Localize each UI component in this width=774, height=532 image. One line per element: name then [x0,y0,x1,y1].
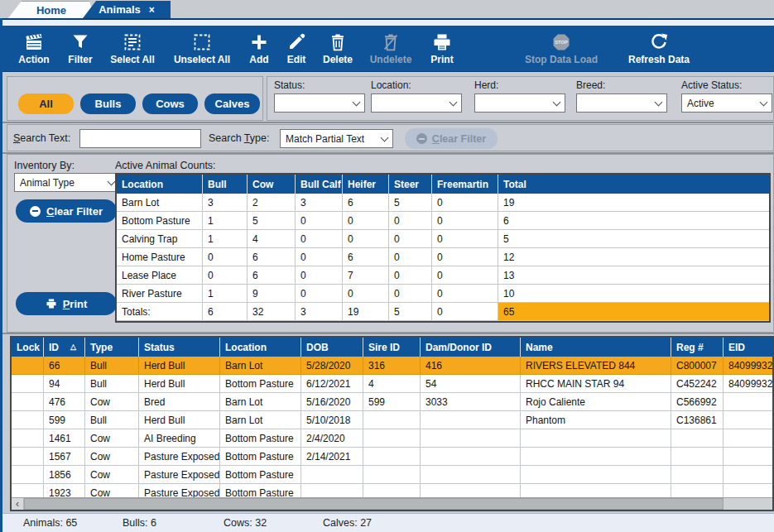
animal-cell[interactable] [520,466,671,484]
animal-cell[interactable]: 316 [363,357,420,375]
unselect-all-button[interactable]: Unselect All [164,27,240,70]
animal-cell[interactable] [12,357,43,375]
breed-filter-dropdown[interactable] [576,93,667,113]
animal-cell[interactable]: Barn Lot [219,411,300,429]
animal-cell[interactable] [363,429,420,448]
animal-cell[interactable]: 416 [420,357,520,375]
animal-cell[interactable] [723,429,774,448]
undelete-button[interactable]: Undelete [361,27,421,70]
animal-cell[interactable]: 54 [420,375,520,393]
animal-cell[interactable]: 1461 [43,429,84,448]
animal-cell[interactable] [723,448,774,466]
search-text-input[interactable] [79,129,201,148]
animal-cell[interactable]: 94 [43,375,84,393]
animal-cell[interactable]: Bull [84,357,138,375]
animal-table-row[interactable]: 599BullHerd BullBarn Lot5/10/2018Phantom… [12,411,772,429]
animal-cell[interactable] [12,411,43,429]
filter-calves-button[interactable]: Calves [204,93,260,114]
animal-cell[interactable] [671,448,723,466]
location-filter-dropdown[interactable] [371,93,462,113]
animal-cell[interactable]: Cow [84,448,138,466]
animal-cell[interactable]: Rojo Caliente [520,393,671,411]
animal-cell[interactable]: C800007 [671,357,723,375]
inventory-print-button[interactable]: Print [16,292,117,315]
delete-button[interactable]: Delete [315,27,361,70]
animal-cell[interactable]: AI Breeding [138,429,219,448]
stop-data-load-button[interactable]: STOP Stop Data Load [513,27,609,70]
animal-cell[interactable]: 2/4/2020 [300,429,363,448]
edit-button[interactable]: Edit [278,27,315,70]
animal-table-row[interactable]: 66BullHerd BullBarn Lot5/28/2020316416RI… [12,357,772,375]
animal-cell[interactable]: Herd Bull [138,411,219,429]
animal-cell[interactable]: 3033 [420,393,520,411]
animal-cell[interactable]: Barn Lot [219,393,300,411]
animal-cell[interactable] [363,411,420,429]
animal-cell[interactable]: 5/10/2018 [300,411,363,429]
animal-cell[interactable] [363,448,420,466]
inventory-by-dropdown[interactable]: Animal Type [14,173,120,192]
animal-cell[interactable]: RHCC MAIN STAR 94 [520,375,671,393]
inventory-clear-filter-button[interactable]: Clear Filter [16,199,117,223]
add-button[interactable]: Add [240,27,278,70]
horizontal-scrollbar[interactable]: ‹ [12,497,772,510]
animals-column-header-sire-id[interactable]: Sire ID [363,338,420,357]
animal-cell[interactable] [420,429,520,448]
animal-cell[interactable] [420,448,520,466]
animal-table-row[interactable]: 1856CowPasture ExposedBottom Pasture [12,466,772,484]
animal-cell[interactable]: Cow [84,466,138,484]
animal-cell[interactable] [12,466,43,484]
animal-cell[interactable] [671,466,723,484]
animal-cell[interactable]: 5/16/2020 [300,393,363,411]
animal-cell[interactable]: 5/28/2020 [300,357,363,375]
animals-column-header-reg[interactable]: Reg # [671,338,723,357]
animal-cell[interactable]: Bull [84,375,138,393]
animal-cell[interactable]: Pasture Exposed [138,448,219,466]
animals-column-header-status[interactable]: Status [138,338,219,357]
animal-cell[interactable] [12,429,43,448]
animal-table-row[interactable]: 94BullHerd BullBottom Pasture6/12/202145… [12,375,772,393]
animal-cell[interactable]: Herd Bull [138,375,219,393]
animal-cell[interactable]: Cow [84,393,138,411]
tab-close-icon[interactable]: × [149,4,155,16]
status-filter-dropdown[interactable] [274,93,365,113]
active-status-filter-dropdown[interactable]: Active [681,93,772,113]
search-clear-filter-button[interactable]: Clear Filter [405,128,498,149]
animals-column-header-location[interactable]: Location [219,338,300,357]
animal-cell[interactable]: RIVERS ELEVATED 844 [520,357,671,375]
animal-cell[interactable]: 599 [363,393,420,411]
animal-cell[interactable]: 1567 [43,448,84,466]
animal-cell[interactable] [12,393,43,411]
animal-cell[interactable]: 66 [43,357,84,375]
select-all-button[interactable]: Select All [101,27,164,70]
animals-column-header-id[interactable]: ID△ [43,338,84,357]
refresh-data-button[interactable]: Refresh Data [616,27,702,70]
animal-cell[interactable]: 476 [43,393,84,411]
animals-column-header-dam-donor-id[interactable]: Dam/Donor ID [420,338,520,357]
search-type-dropdown[interactable]: Match Partial Text [280,129,393,148]
animal-cell[interactable]: 6/12/2021 [300,375,363,393]
animal-cell[interactable] [363,466,420,484]
animals-column-header-eid[interactable]: EID [723,338,774,357]
animal-table-row[interactable]: 476CowBredBarn Lot5/16/20205993033Rojo C… [12,393,772,411]
scroll-left-arrow-icon[interactable]: ‹ [12,498,24,510]
animals-column-header-dob[interactable]: DOB [300,338,363,357]
animal-cell[interactable]: Bottom Pasture [219,375,300,393]
animal-cell[interactable]: C566992 [671,393,723,411]
animal-cell[interactable]: Phantom [520,411,671,429]
animal-cell[interactable]: 1856 [43,466,84,484]
animal-cell[interactable]: 599 [43,411,84,429]
herd-filter-dropdown[interactable] [474,93,565,113]
animal-cell[interactable] [723,466,774,484]
animal-cell[interactable] [420,466,520,484]
animal-cell[interactable]: Herd Bull [138,357,219,375]
animal-cell[interactable]: Cow [84,429,138,448]
animal-cell[interactable] [12,375,43,393]
animal-cell[interactable]: C452242 [671,375,723,393]
animal-cell[interactable] [12,448,43,466]
animal-cell[interactable]: Barn Lot [219,357,300,375]
animal-cell[interactable]: Pasture Exposed [138,466,219,484]
animal-cell[interactable] [300,466,363,484]
print-button[interactable]: Print [421,27,464,70]
animal-cell[interactable]: 4 [363,375,420,393]
action-button[interactable]: Action [8,27,60,70]
